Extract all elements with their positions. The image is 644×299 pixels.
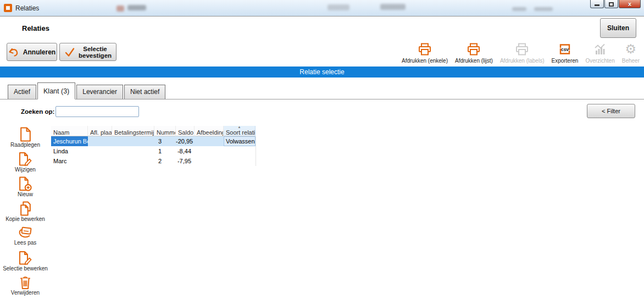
sidebar-item-lees-pas[interactable]: Lees pas — [14, 226, 37, 251]
document-edit-icon — [18, 152, 32, 167]
sidebar-item-label: Nieuw — [18, 191, 33, 197]
minimize-icon — [595, 4, 599, 6]
tab-strip: Actief Klant (3) Leverancier Niet actief — [0, 82, 644, 99]
selectie-bevestigen-button[interactable]: Selectie bevestigen — [59, 43, 116, 61]
printer-icon — [418, 42, 431, 56]
exporteren-button[interactable]: csv Exporteren — [551, 42, 578, 64]
card-swipe-icon — [18, 226, 33, 240]
document-edit-icon — [18, 251, 32, 265]
close-icon: x — [628, 0, 631, 8]
cell-naam: Marc — [51, 156, 88, 166]
documents-copy-icon — [19, 201, 32, 216]
background-smudge — [127, 5, 146, 10]
column-header-naam[interactable]: Naam — [51, 126, 88, 136]
cell-afl-plaats — [88, 156, 112, 166]
beheer-button: ⚙ Beheer — [622, 42, 640, 64]
overzichten-button: Overzichten — [585, 42, 614, 64]
title-bar[interactable]: Relaties x — [0, 0, 644, 16]
page-title: Relaties — [22, 24, 49, 32]
document-icon — [19, 127, 32, 142]
minimize-button[interactable] — [590, 0, 604, 8]
background-smudge — [534, 7, 553, 11]
table-row[interactable]: Marc 2 -7,95 — [51, 156, 256, 166]
cell-betalingstermijn — [112, 146, 154, 156]
tool-label: Exporteren — [551, 58, 578, 64]
cell-nummer: 2 — [154, 156, 176, 166]
tab-niet-actief[interactable]: Niet actief — [124, 85, 165, 99]
sidebar-item-label: Lees pas — [14, 240, 37, 246]
cell-afbeelding — [195, 146, 224, 156]
banner-title: Relatie selectie — [0, 67, 644, 77]
selectie-bevestigen-label: Selectie bevestigen — [79, 46, 112, 59]
cell-afbeelding — [195, 156, 224, 166]
app-icon — [4, 4, 12, 12]
cell-afl-plaats — [88, 136, 112, 146]
background-smudge — [380, 4, 406, 10]
table-row[interactable]: Jeschurun Bolt 3 -20,95 Volwassen — [51, 136, 256, 146]
cell-naam: Jeschurun Bolt — [51, 136, 88, 146]
cell-nummer: 1 — [154, 146, 176, 156]
cell-saldo: -8,44 — [176, 146, 195, 156]
afdrukken-lijst-button[interactable]: Afdrukken (lijst) — [455, 42, 493, 64]
tab-klant[interactable]: Klant (3) — [37, 82, 75, 99]
cell-saldo: -7,95 — [176, 156, 195, 166]
background-smudge — [512, 7, 526, 11]
svg-text:csv: csv — [561, 46, 569, 52]
tool-label: Afdrukken (enkele) — [402, 58, 448, 64]
column-header-soort-relatie[interactable]: ▲Soort relatie — [224, 126, 256, 136]
column-header-betalingstermijn[interactable]: Betalingstermijn — [112, 126, 154, 136]
sluiten-button[interactable]: Sluiten — [600, 18, 636, 38]
cell-naam: Linda — [51, 146, 88, 156]
cell-soort-relatie — [224, 146, 256, 156]
filter-button[interactable]: < Filter — [587, 104, 635, 118]
sidebar: Raadplegen Wijzigen Nieuw — [0, 127, 51, 299]
tool-label: Beheer — [622, 58, 640, 64]
sidebar-item-verwijderen[interactable]: Verwijderen — [11, 275, 40, 299]
column-header-afbeelding[interactable]: Afbeelding — [195, 126, 224, 136]
sidebar-item-selectie-bewerken[interactable]: Selectie bewerken — [3, 251, 48, 275]
document-add-icon — [18, 176, 32, 191]
sidebar-item-kopie-bewerken[interactable]: Kopie bewerken — [5, 201, 45, 226]
cell-soort-relatie: Volwassen — [224, 136, 256, 146]
relations-table: Naam Afl. plaats Betalingstermijn Nummer… — [51, 126, 256, 166]
table-row[interactable]: Linda 1 -8,44 — [51, 146, 256, 156]
background-smudge — [116, 5, 124, 12]
afdrukken-enkele-button[interactable]: Afdrukken (enkele) — [402, 42, 448, 64]
cell-afl-plaats — [88, 146, 112, 156]
printer-icon — [515, 42, 529, 56]
search-input[interactable] — [55, 106, 139, 117]
sidebar-item-label: Selectie bewerken — [3, 265, 48, 272]
column-header-saldo[interactable]: Saldo — [176, 126, 195, 136]
tool-strip: Afdrukken (enkele) Afdrukken (lijst) A — [402, 42, 640, 64]
sidebar-item-wijzigen[interactable]: Wijzigen — [15, 152, 36, 176]
window-title: Relaties — [15, 4, 39, 12]
sidebar-item-label: Verwijderen — [11, 290, 40, 296]
tab-actief[interactable]: Actief — [8, 85, 36, 99]
close-button[interactable]: x — [619, 0, 641, 8]
tab-leverancier[interactable]: Leverancier — [76, 85, 123, 99]
sidebar-item-label: Kopie bewerken — [5, 216, 45, 222]
sidebar-item-nieuw[interactable]: Nieuw — [18, 176, 33, 201]
column-header-afl-plaats[interactable]: Afl. plaats — [88, 126, 112, 136]
search-label: Zoeken op: — [21, 108, 54, 115]
cell-betalingstermijn — [112, 136, 154, 146]
cell-betalingstermijn — [112, 156, 154, 166]
column-header-nummer[interactable]: Nummer — [154, 126, 176, 136]
tool-label: Overzichten — [585, 58, 614, 64]
sidebar-item-raadplegen[interactable]: Raadplegen — [10, 127, 40, 152]
window-controls: x — [590, 0, 641, 8]
table-header-row: Naam Afl. plaats Betalingstermijn Nummer… — [51, 126, 256, 136]
tool-label: Afdrukken (lijst) — [455, 58, 493, 64]
cell-saldo: -20,95 — [176, 136, 195, 146]
trash-icon — [19, 275, 32, 290]
maximize-icon — [609, 2, 614, 7]
tool-label: Afdrukken (labels) — [500, 58, 545, 64]
bar-chart-icon — [593, 42, 607, 56]
undo-arrow-icon — [8, 47, 19, 57]
sidebar-item-label: Wijzigen — [15, 167, 36, 173]
annuleren-button[interactable]: Annuleren — [7, 43, 57, 61]
gear-icon: ⚙ — [625, 42, 637, 56]
afdrukken-labels-button: Afdrukken (labels) — [500, 42, 545, 64]
maximize-button[interactable] — [604, 0, 618, 8]
annuleren-label: Annuleren — [23, 48, 55, 56]
